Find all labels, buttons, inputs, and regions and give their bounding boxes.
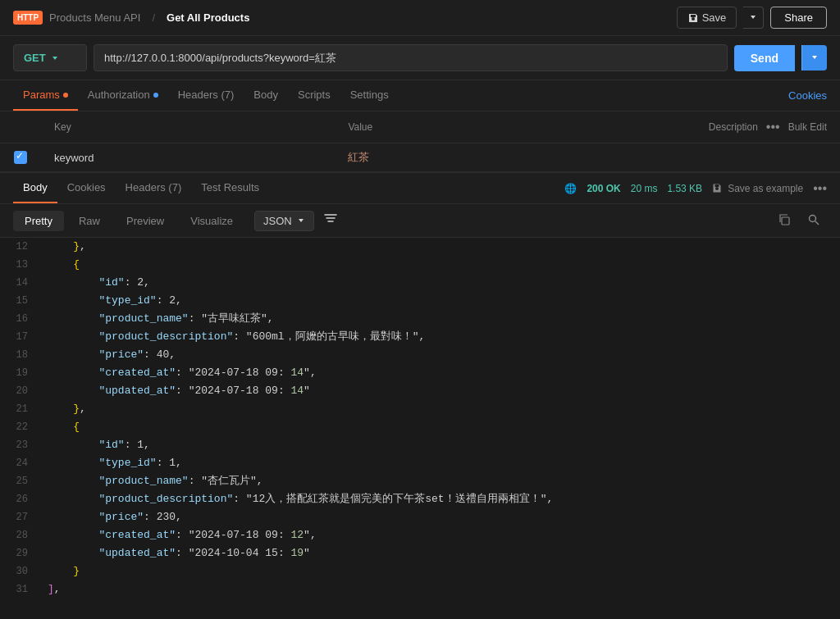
code-content: "updated_at": "2024-10-04 15: 19": [41, 544, 310, 562]
save-example-button[interactable]: Save as example: [712, 183, 803, 194]
line-number: 27: [0, 508, 41, 526]
code-line: 26 "product_description": "12入，搭配紅茶就是個完美…: [0, 490, 840, 508]
filter-button[interactable]: [317, 209, 344, 232]
save-icon: [712, 183, 723, 193]
code-line: 30 }: [0, 562, 840, 580]
code-line: 17 "product_description": "600ml，阿嬤的古早味，…: [0, 328, 840, 346]
code-content: }: [41, 562, 80, 580]
chevron-down-icon: [749, 13, 757, 21]
params-dot: [63, 93, 68, 98]
tab-params[interactable]: Params: [13, 80, 78, 111]
share-button[interactable]: Share: [770, 7, 827, 29]
resp-tab-body[interactable]: Body: [13, 173, 57, 203]
save-dropdown-button[interactable]: [743, 7, 764, 29]
line-number: 13: [0, 256, 41, 274]
view-visualize-button[interactable]: Visualize: [179, 211, 244, 231]
resp-tab-headers[interactable]: Headers (7): [116, 173, 192, 203]
breadcrumb-api[interactable]: Products Menu API: [49, 11, 140, 24]
col-header-key: Key: [41, 112, 335, 143]
cookies-link[interactable]: Cookies: [788, 89, 827, 102]
filter-icon: [324, 212, 337, 225]
format-select[interactable]: JSON: [254, 211, 314, 231]
line-number: 29: [0, 544, 41, 562]
code-content: "product_description": "12入，搭配紅茶就是個完美的下午…: [41, 490, 553, 508]
view-preview-button[interactable]: Preview: [115, 211, 176, 231]
method-label: GET: [24, 52, 46, 64]
code-content: ],: [41, 580, 61, 599]
line-number: 24: [0, 454, 41, 472]
svg-point-1: [810, 215, 816, 221]
method-select[interactable]: GET: [13, 44, 87, 71]
code-line: 29 "updated_at": "2024-10-04 15: 19": [0, 544, 840, 562]
tab-authorization[interactable]: Authorization: [78, 80, 168, 111]
globe-icon: 🌐: [564, 183, 577, 194]
save-icon: [687, 12, 699, 24]
param-value[interactable]: 紅茶: [335, 143, 628, 172]
code-line: 31 ],: [0, 580, 840, 599]
code-content: "id": 1,: [41, 436, 150, 454]
code-line: 19 "created_at": "2024-07-18 09: 14",: [0, 364, 840, 382]
chevron-down-icon: [297, 216, 305, 225]
line-number: 23: [0, 436, 41, 454]
code-line: 25 "product_name": "杏仁瓦片",: [0, 472, 840, 490]
code-line: 21 },: [0, 400, 840, 418]
code-content: "created_at": "2024-07-18 09: 14",: [41, 364, 317, 382]
col-header-checkbox: [0, 112, 41, 143]
request-tabs: Params Authorization Headers (7) Body Sc…: [0, 80, 840, 112]
code-content: "created_at": "2024-07-18 09: 12",: [41, 526, 317, 544]
line-number: 26: [0, 490, 41, 508]
params-section: Key Value Description ••• Bulk Edit: [0, 112, 840, 173]
code-line: 22 {: [0, 418, 840, 436]
view-raw-button[interactable]: Raw: [67, 211, 112, 231]
col-header-description: Description ••• Bulk Edit: [629, 112, 840, 143]
resp-tab-cookies[interactable]: Cookies: [57, 173, 116, 203]
auth-dot: [153, 93, 158, 98]
view-pretty-button[interactable]: Pretty: [13, 211, 64, 231]
response-tabs-bar: Body Cookies Headers (7) Test Results 🌐 …: [0, 173, 840, 204]
status-size: 1.53 KB: [667, 183, 702, 194]
code-line: 12 },: [0, 238, 840, 256]
line-number: 12: [0, 238, 41, 256]
response-status: 🌐 200 OK 20 ms 1.53 KB Save as example •…: [564, 181, 827, 196]
code-content: },: [41, 400, 86, 418]
save-button[interactable]: Save: [677, 7, 737, 29]
code-content: "type_id": 2,: [41, 292, 182, 310]
code-content: {: [41, 418, 80, 436]
code-content: },: [41, 238, 86, 256]
status-time: 20 ms: [631, 183, 658, 194]
top-bar-actions: Save Share: [677, 7, 827, 29]
param-key[interactable]: keyword: [41, 143, 335, 172]
breadcrumb-endpoint: Get All Products: [167, 11, 249, 24]
send-button[interactable]: Send: [734, 45, 795, 71]
code-view[interactable]: 12 }, 13 { 14 "id": 2, 15 "type_id": 2, …: [0, 238, 840, 599]
code-content: "price": 40,: [41, 346, 176, 364]
code-line: 24 "type_id": 1,: [0, 454, 840, 472]
copy-button[interactable]: [771, 210, 797, 232]
tab-scripts[interactable]: Scripts: [288, 80, 340, 111]
url-input[interactable]: [94, 44, 728, 71]
line-number: 14: [0, 274, 41, 292]
more-options-button[interactable]: •••: [763, 118, 783, 136]
line-number: 16: [0, 310, 41, 328]
resp-tab-test-results[interactable]: Test Results: [191, 173, 269, 203]
row-checkbox[interactable]: [14, 151, 27, 164]
status-ok: 200 OK: [587, 183, 620, 194]
url-bar: GET Send: [0, 36, 840, 80]
tab-headers[interactable]: Headers (7): [168, 80, 244, 111]
code-content: "product_name": "古早味紅茶",: [41, 310, 274, 328]
tab-settings[interactable]: Settings: [340, 80, 399, 111]
json-view-bar: Pretty Raw Preview Visualize JSON: [0, 204, 840, 238]
line-number: 20: [0, 382, 41, 400]
code-line: 16 "product_name": "古早味紅茶",: [0, 310, 840, 328]
line-number: 30: [0, 562, 41, 580]
send-dropdown-button[interactable]: [801, 45, 827, 71]
code-line: 18 "price": 40,: [0, 346, 840, 364]
search-button[interactable]: [801, 210, 827, 232]
code-line: 27 "price": 230,: [0, 508, 840, 526]
code-line: 13 {: [0, 256, 840, 274]
breadcrumb-area: HTTP Products Menu API / Get All Product…: [13, 11, 249, 25]
more-response-button[interactable]: •••: [813, 181, 827, 196]
code-content: "type_id": 1,: [41, 454, 182, 472]
param-description[interactable]: [629, 143, 840, 172]
tab-body[interactable]: Body: [244, 80, 288, 111]
